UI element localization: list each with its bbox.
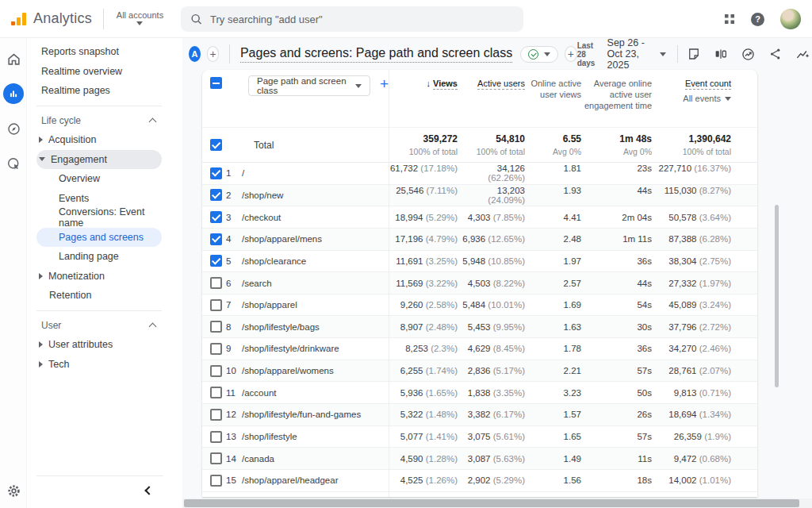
sidebar-item-life-cycle[interactable]: Life cycle	[36, 111, 162, 131]
sidebar-item-events[interactable]: Events	[36, 189, 162, 209]
admin-gear-icon[interactable]	[0, 483, 27, 498]
table-row[interactable]: 10/shop/apparel/womens6,255 (1.74%)2,836…	[202, 360, 757, 383]
row-checkbox[interactable]	[210, 211, 222, 223]
row-checkbox[interactable]	[210, 321, 222, 333]
row-checkbox[interactable]	[210, 452, 222, 464]
row-checkbox[interactable]	[210, 475, 222, 487]
sidebar-item-pages-and-screens[interactable]: Pages and screens	[36, 228, 162, 248]
row-metric-oauv: 1.63	[525, 322, 581, 332]
chevron-down-icon	[660, 52, 666, 56]
table-row[interactable]: 14/canada4,590 (1.28%)3,087 (5.63%)1.491…	[202, 448, 757, 470]
sidebar-item-tech[interactable]: Tech	[36, 355, 162, 375]
table-row[interactable]: 6/search11,569 (3.22%)4,503 (8.22%)2.574…	[202, 272, 757, 294]
reports-icon[interactable]	[0, 76, 27, 111]
total-checkbox[interactable]	[210, 139, 222, 151]
advertising-icon[interactable]	[0, 146, 27, 181]
sidebar-item-engagement[interactable]: Engagement	[36, 150, 162, 170]
avatar[interactable]	[780, 9, 801, 29]
row-metric-users: 5,948 (10.85%)	[458, 256, 525, 266]
row-checkbox[interactable]	[210, 409, 222, 421]
dimension-controls: Page path and screen class	[226, 77, 389, 96]
apps-grid-icon[interactable]	[724, 13, 735, 25]
row-rank: 2	[226, 190, 240, 200]
sidebar-item-landing-page[interactable]: Landing page	[36, 247, 162, 267]
report-status-pill[interactable]	[520, 46, 558, 63]
ab-compare-icon[interactable]	[714, 46, 728, 62]
search-input[interactable]	[210, 13, 514, 25]
column-header-avg-engagement-time[interactable]: Average online active user engagement ti…	[581, 78, 652, 111]
page-title[interactable]: Pages and screens: Page path and screen …	[240, 46, 512, 63]
row-metric-views: 9,260 (2.58%)	[389, 300, 458, 310]
date-range-picker[interactable]: Sep 26 - Oct 23, 2025	[607, 37, 654, 71]
table-row[interactable]: 12/shop/lifestyle/fun-and-games5,322 (1.…	[202, 404, 757, 426]
row-checkbox[interactable]	[210, 387, 222, 398]
insights-spark-icon[interactable]	[795, 46, 810, 62]
sidebar-item-retention[interactable]: Retention	[36, 286, 162, 306]
horizontal-scrollbar-track[interactable]	[182, 498, 812, 508]
table-row[interactable]: 2/shop/new25,546 (7.11%)13,203 (24.09%)1…	[202, 185, 757, 207]
select-all-checkbox[interactable]	[210, 77, 222, 89]
table-row[interactable]: 4/shop/apparel/mens17,196 (4.79%)6,936 (…	[202, 229, 757, 251]
table-row[interactable]: 8/shop/lifestyle/bags8,907 (2.48%)5,453 …	[202, 316, 757, 338]
sidebar-item-realtime-overview[interactable]: Realtime overview	[36, 62, 162, 82]
reports-active-badge	[3, 83, 24, 104]
chevron-down-icon	[544, 52, 550, 56]
account-switcher[interactable]: All accounts	[117, 10, 163, 25]
row-page-path: /search	[240, 279, 389, 288]
report-header-right: Last 28 days Sep 26 - Oct 23, 2025	[577, 37, 812, 71]
row-page-path: /shop/apparel/headgear	[240, 475, 389, 485]
row-metric-views: 11,691 (3.25%)	[389, 256, 458, 266]
column-headers: ↓ Views Active users Online active user …	[389, 77, 757, 111]
comparison-badge[interactable]: A	[189, 46, 201, 62]
row-checkbox[interactable]	[210, 431, 222, 443]
row-metric-users: 4,503 (8.22%)	[458, 279, 525, 288]
row-checkbox[interactable]	[210, 365, 222, 377]
sidebar-item-monetization[interactable]: Monetization	[36, 267, 162, 287]
sidebar-item-label: Engagement	[45, 154, 107, 165]
table-row[interactable]: 3/checkout18,994 (5.29%)4,303 (7.85%)4.4…	[202, 206, 757, 229]
column-header-event-count[interactable]: Event count All events	[652, 78, 731, 111]
insights-circle-icon[interactable]	[741, 46, 756, 62]
row-metric-views: 17,196 (4.79%)	[389, 234, 458, 244]
table-row[interactable]: 1/61,732 (17.18%)34,126 (62.26%)1.8123s2…	[202, 163, 757, 185]
note-icon[interactable]	[687, 46, 701, 62]
row-checkbox[interactable]	[210, 255, 222, 267]
sidebar-item-overview[interactable]: Overview	[36, 169, 162, 189]
table-row[interactable]: 7/shop/apparel9,260 (2.58%)5,484 (10.01%…	[202, 294, 757, 317]
row-checkbox[interactable]	[210, 343, 222, 355]
column-header-views[interactable]: ↓ Views	[389, 78, 458, 111]
table-row[interactable]: 11/account5,936 (1.65%)1,838 (3.35%)3.23…	[202, 382, 757, 404]
search-bar[interactable]	[181, 6, 523, 32]
add-report-button[interactable]	[565, 46, 576, 62]
home-icon[interactable]	[0, 41, 27, 76]
column-header-online-active-user-views[interactable]: Online active user views	[525, 78, 581, 111]
horizontal-scrollbar-thumb[interactable]	[184, 499, 799, 507]
row-metric-avg: 2m 04s	[581, 213, 652, 222]
vertical-scrollbar[interactable]	[775, 205, 779, 387]
sidebar-item-label: Realtime pages	[36, 85, 110, 96]
row-checkbox[interactable]	[210, 299, 222, 311]
sidebar-item-realtime-pages[interactable]: Realtime pages	[36, 81, 162, 101]
add-comparison-button[interactable]	[207, 46, 219, 62]
dimension-selector[interactable]: Page path and screen class	[248, 75, 370, 96]
table-row[interactable]: 5/shop/clearance11,691 (3.25%)5,948 (10.…	[202, 251, 757, 273]
add-dimension-button[interactable]	[380, 76, 389, 92]
sidebar-item-user-attributes[interactable]: User attributes	[36, 335, 162, 355]
table-row[interactable]: 15/shop/apparel/headgear4,525 (1.26%)2,9…	[202, 470, 757, 492]
explore-icon[interactable]	[0, 111, 27, 146]
collapse-sidebar-button[interactable]	[140, 483, 155, 498]
column-header-active-users[interactable]: Active users	[458, 78, 525, 111]
row-checkbox[interactable]	[210, 277, 222, 289]
table-row[interactable]: 9/shop/lifestyle/drinkware8,253 (2.3%)4,…	[202, 338, 757, 360]
sidebar-item-acquisition[interactable]: Acquisition	[36, 130, 162, 150]
share-icon[interactable]	[768, 46, 783, 62]
row-checkbox[interactable]	[210, 233, 222, 245]
sidebar-item-reports-snapshot[interactable]: Reports snapshot	[36, 42, 162, 62]
row-checkbox[interactable]	[210, 189, 222, 201]
sidebar-item-user[interactable]: User	[36, 316, 162, 336]
table-row[interactable]: 13/shop/lifestyle5,077 (1.41%)3,075 (5.6…	[202, 426, 757, 448]
help-icon[interactable]	[751, 13, 764, 26]
row-checkbox[interactable]	[210, 167, 222, 179]
event-filter-dropdown[interactable]: All events	[652, 93, 731, 104]
sidebar-item-conversions-event-name[interactable]: Conversions: Event name	[36, 208, 162, 228]
